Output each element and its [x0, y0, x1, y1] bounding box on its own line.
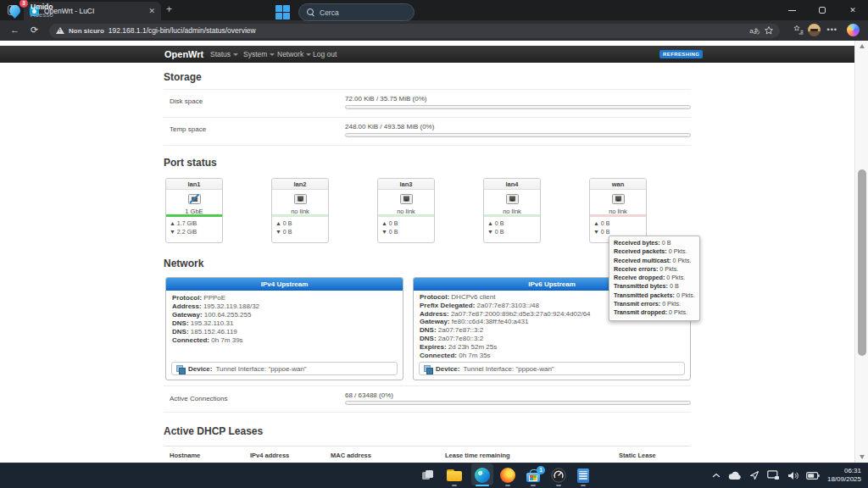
not-secure-warning-icon[interactable]	[56, 27, 64, 34]
field-value: 100.64.255.255	[204, 311, 252, 319]
copilot-icon[interactable]	[847, 24, 860, 36]
temp-space-label: Temp space	[170, 125, 206, 133]
port-card-lan2[interactable]: lan2 no link ▲ 0 B▼ 0 B	[271, 178, 329, 243]
running-indicator	[531, 485, 536, 486]
browser-menu-icon[interactable]: •••	[827, 25, 837, 34]
back-button[interactable]: ←	[10, 24, 19, 36]
tooltip-value: 0 B	[670, 282, 679, 290]
tooltip-value: 0 Pkts.	[673, 257, 692, 264]
running-indicator	[581, 485, 586, 486]
window-minimize-button[interactable]	[776, 0, 807, 20]
active-connections-label: Active Connections	[170, 395, 227, 402]
taskbar-weather-widget[interactable]: 3 Umido Adesso	[7, 2, 53, 20]
scrollbar-thumb[interactable]	[858, 169, 866, 356]
window-controls: ✕	[776, 0, 868, 20]
favorite-star-icon[interactable]	[765, 26, 773, 35]
ethernet-port-icon	[506, 192, 519, 208]
nav-status[interactable]: Status	[210, 50, 238, 58]
port-card-lan3[interactable]: lan3 no link ▲ 0 B▼ 0 B	[377, 178, 435, 243]
translate-icon[interactable]: aあ	[749, 26, 760, 36]
favorites-bar-icon[interactable]	[793, 25, 804, 38]
port-status-title: Port status	[164, 157, 217, 169]
nav-system[interactable]: System	[243, 50, 275, 58]
field-label: Address:	[172, 302, 202, 310]
field-value: 0h 7m 35s	[459, 352, 490, 359]
humidity-weather-icon: 3	[7, 2, 25, 20]
field-label: Expires:	[420, 343, 447, 351]
port-name: lan2	[272, 179, 328, 190]
ipv4-device-row[interactable]: Device: Tunnel Interface: "pppoe-wan"	[171, 362, 398, 375]
field-value: 2a07:7e87::3:2	[438, 326, 483, 334]
nav-network[interactable]: Network	[277, 50, 311, 58]
divider	[164, 89, 691, 90]
volume-icon[interactable]	[787, 471, 798, 480]
ipv4-upstream-header: IPv4 Upstream	[166, 278, 403, 291]
openwrt-brand[interactable]: OpenWrt	[164, 49, 203, 59]
luci-page: OpenWrt Status System Network Log out RE…	[0, 41, 854, 463]
tooltip-label: Receive errors:	[614, 265, 658, 273]
tooltip-value: 0 Pkts.	[659, 265, 678, 273]
port-card-wan[interactable]: wan no link ▲ 0 B▼ 0 B	[589, 178, 647, 243]
address-bar[interactable]: Non sicuro 192.168.1.1/cgi-bin/luci/admi…	[49, 24, 780, 38]
col-static-lease: Static Lease	[619, 452, 656, 459]
field-value: 2a07:7e87:2000:89b2:d5e3:27a0:924:4d02/6…	[451, 310, 591, 318]
notepad-icon[interactable]	[573, 465, 593, 485]
active-running-indicator	[476, 485, 489, 486]
profile-avatar[interactable]	[808, 24, 821, 36]
scroll-up-arrow-icon[interactable]	[860, 44, 865, 48]
divider	[164, 117, 691, 118]
col-ipv4-address: IPv4 address	[250, 452, 289, 459]
disk-space-label: Disk space	[170, 97, 203, 105]
new-tab-button[interactable]: +	[166, 4, 172, 14]
field-value: 2a07:7e87:3103::/48	[477, 302, 539, 309]
ethernet-network-icon[interactable]	[767, 470, 780, 480]
port-rx: ▼ 0 B	[487, 228, 537, 236]
field-label: DNS:	[172, 319, 189, 327]
field-value: 195.32.119.188/32	[203, 302, 259, 310]
tray-chevron-up-icon[interactable]	[712, 472, 721, 479]
taskbar-clock[interactable]: 06:31 18/09/2025	[827, 467, 861, 484]
tooltip-label: Transmitted bytes:	[614, 282, 668, 290]
onedrive-cloud-icon[interactable]	[728, 471, 742, 480]
field-value: 0h 7m 39s	[211, 336, 242, 344]
tooltip-label: Transmitted packets:	[614, 291, 675, 299]
url-text[interactable]: 192.168.1.1/cgi-bin/luci/admin/status/ov…	[108, 26, 746, 35]
window-close-button[interactable]: ✕	[837, 0, 868, 20]
taskbar-search[interactable]: Cerca	[298, 3, 415, 21]
firefox-icon[interactable]	[498, 465, 518, 485]
clock-date: 18/09/2025	[827, 475, 861, 484]
weather-condition: Umido	[31, 3, 53, 11]
page-scrollbar[interactable]	[854, 41, 868, 463]
not-secure-label[interactable]: Non sicuro	[69, 27, 104, 35]
scroll-down-arrow-icon[interactable]	[860, 455, 865, 459]
gauge-app-icon[interactable]	[548, 465, 569, 485]
tab-close-icon[interactable]: ✕	[148, 8, 155, 15]
ipv6-device-row[interactable]: Device: Tunnel Interface: "pppoe-wan"	[419, 362, 685, 375]
window-maximize-button[interactable]	[807, 0, 837, 20]
nav-logout[interactable]: Log out	[313, 50, 337, 58]
location-arrow-icon[interactable]	[749, 470, 760, 480]
port-card-lan1[interactable]: lan1 1 GbE ▲ 1.7 GiB▼ 2.2 GiB	[165, 178, 223, 243]
field-value: 2a07:7e80::3:2	[438, 335, 483, 342]
port-traffic-tooltip: Received bytes: 0 B Received packets: 0 …	[609, 236, 700, 321]
refreshing-badge[interactable]: REFRESHING	[659, 50, 703, 58]
ethernet-port-icon	[294, 192, 307, 208]
file-explorer-icon[interactable]	[444, 465, 465, 485]
port-card-lan4[interactable]: lan4 no link ▲ 0 B▼ 0 B	[483, 178, 541, 243]
tunnel-interface-icon	[424, 365, 432, 373]
task-view-button[interactable]	[418, 465, 438, 485]
tooltip-label: Received bytes:	[614, 239, 660, 247]
tooltip-label: Transmit dropped:	[614, 308, 667, 316]
microsoft-store-icon[interactable]: 1	[523, 465, 543, 485]
tooltip-value: 0 Pkts.	[662, 300, 681, 308]
ipv4-upstream-box: IPv4 Upstream Protocol: PPPoE Address: 1…	[165, 277, 403, 380]
edge-browser-icon[interactable]	[472, 465, 492, 485]
battery-icon[interactable]	[806, 472, 820, 480]
start-button[interactable]	[275, 5, 290, 19]
field-label: Protocol:	[420, 293, 449, 301]
col-hostname: Hostname	[170, 452, 200, 459]
chevron-down-icon	[270, 53, 275, 56]
field-value: PPPoE	[203, 294, 225, 302]
dhcp-table-header: Hostname IPv4 address MAC address Lease …	[164, 446, 691, 463]
refresh-button[interactable]: ⟳	[31, 24, 38, 36]
